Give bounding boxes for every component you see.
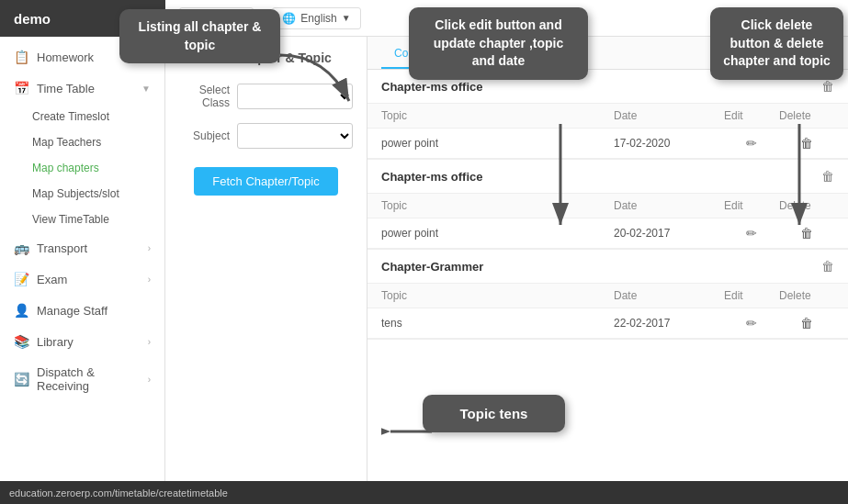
chapter-delete-button-2[interactable]: 🗑 [821, 259, 834, 274]
chevron-right-icon4: › [148, 375, 151, 385]
topic-date-2-0: 22-02-2017 [614, 317, 724, 330]
chevron-right-icon: › [148, 243, 151, 253]
col-topic-label-1: Topic [381, 199, 614, 212]
sidebar-item-library[interactable]: 📚 Library › [0, 326, 164, 357]
tooltip-bubble-edit: Click edit button and update chapter ,to… [409, 7, 588, 80]
topic-header-1: Topic Date Edit Delete [367, 194, 848, 218]
bottom-statusbar: education.zeroerp.com/timetable/createti… [0, 481, 848, 504]
library-icon: 📚 [14, 334, 29, 349]
sidebar-item-map-subjects[interactable]: Map Subjects/slot [0, 181, 164, 207]
tooltip-text-3: Click delete button & delete chapter and… [723, 17, 831, 68]
topic-header-0: Topic Date Edit Delete [367, 104, 848, 129]
col-delete-label-2: Delete [779, 289, 834, 302]
topic-text-1-0: power point [381, 227, 614, 240]
chapter-name-0: Chapter-ms office [381, 80, 821, 94]
sidebar-label-transport: Transport [37, 241, 87, 255]
topic-edit-button-0-0[interactable]: ✏ [724, 136, 779, 151]
exam-icon: 📝 [14, 272, 29, 286]
timetable-icon: 📅 [14, 81, 29, 95]
tooltip-text-1: Listing all chapter & topic [139, 19, 262, 52]
sidebar-label-library: Library [37, 335, 73, 349]
chevron-down-icon: ▼ [141, 84, 151, 94]
sidebar: demo 📋 Homework 📅 Time Table ▼ Create Ti… [0, 0, 165, 504]
col-date-label-1: Date [614, 199, 724, 212]
logo-text: demo [14, 11, 51, 27]
sidebar-label-map-subjects: Map Subjects/slot [32, 187, 119, 200]
col-delete-label-1: Delete [779, 199, 834, 212]
tooltip-bubble-listing: Listing all chapter & topic [119, 9, 280, 63]
col-delete-label-0: Delete [779, 109, 834, 122]
sidebar-label-manage-staff: Manage Staff [37, 304, 107, 318]
sidebar-item-map-chapters[interactable]: Map chapters [0, 155, 164, 181]
sidebar-label-view-timetable: View TimeTable [32, 213, 109, 226]
topic-date-1-0: 20-02-2017 [614, 227, 724, 240]
topic-delete-button-2-0[interactable]: 🗑 [779, 316, 834, 330]
sidebar-label-dispatch: Dispatch & Receiving [37, 365, 141, 393]
chapter-row-2: Chapter-Grammer 🗑 [367, 250, 848, 284]
sidebar-item-dispatch[interactable]: 🔄 Dispatch & Receiving › [0, 357, 164, 401]
chapter-block-2: Chapter-Grammer 🗑 Topic Date Edit Delete… [367, 250, 848, 340]
table-row: power point 17-02-2020 ✏ 🗑 [367, 129, 848, 159]
chevron-down-lang-icon: ▼ [342, 13, 351, 23]
chevron-right-icon2: › [148, 274, 151, 285]
col-topic-label-2: Topic [381, 289, 614, 302]
manage-staff-icon: 👤 [14, 303, 29, 318]
sidebar-label-map-teachers: Map Teachers [32, 136, 101, 149]
topic-edit-button-2-0[interactable]: ✏ [724, 316, 779, 330]
topic-text-0-0: power point [381, 137, 614, 150]
topic-delete-button-1-0[interactable]: 🗑 [779, 226, 834, 241]
sidebar-label-exam: Exam [37, 273, 67, 286]
chapter-delete-button-0[interactable]: 🗑 [821, 79, 834, 94]
transport-icon: 🚌 [14, 241, 29, 255]
chapter-name-2: Chapter-Grammer [381, 260, 821, 274]
chapter-block-0: Chapter-ms office 🗑 Topic Date Edit Dele… [367, 70, 848, 160]
homework-icon: 📋 [14, 50, 29, 64]
left-panel: View Chapter & Topic Select Class Subjec… [165, 37, 367, 481]
fetch-chapter-button[interactable]: Fetch Chapter/Topic [194, 167, 337, 196]
col-edit-label-0: Edit [724, 109, 779, 122]
topic-delete-button-0-0[interactable]: 🗑 [779, 136, 834, 151]
tooltip-text-2: Click edit button and update chapter ,to… [434, 17, 564, 68]
topic-date-0-0: 17-02-2020 [614, 137, 724, 150]
table-row: tens 22-02-2017 ✏ 🗑 [367, 308, 848, 339]
topic-edit-button-1-0[interactable]: ✏ [724, 226, 779, 241]
sidebar-item-exam[interactable]: 📝 Exam › [0, 263, 164, 295]
language-selector[interactable]: 🌐 English ▼ [272, 7, 360, 29]
select-class-label: Select Class [179, 84, 230, 109]
chapter-name-1: Chapter-ms office [381, 170, 821, 184]
tooltip-bubble-delete: Click delete button & delete chapter and… [710, 7, 843, 80]
url-bar: education.zeroerp.com/timetable/createti… [9, 487, 228, 498]
sidebar-item-manage-staff[interactable]: 👤 Manage Staff [0, 295, 164, 326]
col-topic-label-0: Topic [381, 109, 614, 122]
chapter-block-1: Chapter-ms office 🗑 Topic Date Edit Dele… [367, 160, 848, 250]
chapter-row-1: Chapter-ms office 🗑 [367, 160, 848, 194]
sidebar-item-transport[interactable]: 🚌 Transport › [0, 232, 164, 263]
chevron-right-icon3: › [148, 337, 151, 347]
table-row: power point 20-02-2017 ✏ 🗑 [367, 218, 848, 249]
sidebar-label-homework: Homework [37, 50, 94, 64]
class-select[interactable] [237, 84, 353, 109]
col-edit-label-2: Edit [724, 289, 779, 302]
chapter-delete-button-1[interactable]: 🗑 [821, 169, 834, 184]
tooltip-bubble-topic-tens: Topic tens [423, 395, 565, 432]
subject-row: Subject [179, 123, 353, 149]
sidebar-item-view-timetable[interactable]: View TimeTable [0, 207, 164, 232]
tooltip-text-topic: Topic tens [460, 406, 528, 421]
sidebar-label-create-timeslot: Create Timeslot [32, 110, 109, 123]
dispatch-icon: 🔄 [14, 372, 29, 386]
col-date-label-0: Date [614, 109, 724, 122]
sidebar-label-timetable: Time Table [37, 82, 95, 95]
topic-header-2: Topic Date Edit Delete [367, 284, 848, 308]
topic-text-2-0: tens [381, 317, 614, 330]
col-edit-label-1: Edit [724, 199, 779, 212]
globe-icon: 🌐 [282, 12, 296, 25]
sidebar-label-map-chapters: Map chapters [32, 162, 99, 174]
sidebar-item-map-teachers[interactable]: Map Teachers [0, 129, 164, 155]
select-class-row: Select Class [179, 84, 353, 109]
subject-label: Subject [179, 129, 230, 142]
subject-select[interactable] [237, 123, 353, 149]
sidebar-item-timetable[interactable]: 📅 Time Table ▼ [0, 73, 164, 104]
sidebar-item-create-timeslot[interactable]: Create Timeslot [0, 104, 164, 129]
lang-label: English [300, 12, 336, 25]
col-date-label-2: Date [614, 289, 724, 302]
